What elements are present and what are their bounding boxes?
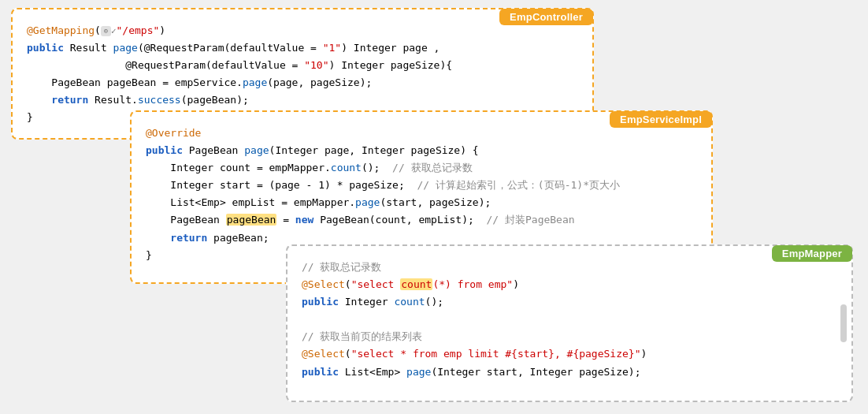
scrollbar[interactable] [840,304,847,342]
emp-service-impl-badge: EmpServiceImpl [610,111,712,128]
emp-controller-badge: EmpController [499,9,593,25]
emp-mapper-code: // 获取总记录数 @Select("select count(*) from … [302,259,837,381]
emp-service-impl-code: @Override public PageBean page(Integer p… [146,125,697,264]
emp-mapper-card: EmpMapper // 获取总记录数 @Select("select coun… [286,244,853,402]
emp-mapper-badge: EmpMapper [772,245,852,262]
